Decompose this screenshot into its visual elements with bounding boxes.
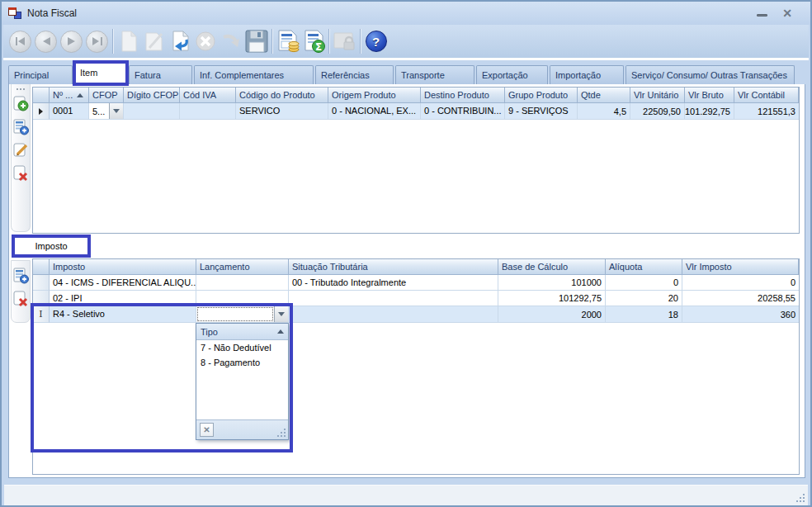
- tab-transporte[interactable]: Transporte: [395, 65, 474, 84]
- column-header-aliquota[interactable]: Alíquota: [606, 259, 682, 275]
- dropdown-option-pagamento[interactable]: 8 - Pagamento: [196, 355, 288, 370]
- cell-base-calculo[interactable]: 2000: [498, 306, 606, 323]
- imposto-delete-row-button[interactable]: [12, 290, 29, 308]
- column-header-situacao-tributaria[interactable]: Situação Tributária: [289, 259, 498, 275]
- cfop-dropdown-button[interactable]: [109, 103, 123, 119]
- column-header-digito-cfop[interactable]: Dígito CFOP: [124, 88, 180, 103]
- undo-button[interactable]: [167, 27, 192, 55]
- nav-previous-button[interactable]: [33, 27, 59, 55]
- cell-vlr-imposto[interactable]: 0: [682, 275, 799, 291]
- cell-lancamento[interactable]: [196, 306, 289, 323]
- cell-aliquota[interactable]: 20: [606, 291, 682, 306]
- column-header-imposto[interactable]: Imposto: [50, 259, 196, 275]
- imposto-row-icms[interactable]: 04 - ICMS - DIFERENCIAL ALIQU... 00 - Tr…: [33, 275, 799, 291]
- column-header-cod-iva[interactable]: Cód IVA: [180, 88, 236, 103]
- cell-qtde[interactable]: 4,5: [578, 103, 630, 120]
- cell-vlr-imposto[interactable]: 20258,55: [682, 291, 799, 306]
- add-record-button[interactable]: [12, 95, 29, 113]
- clear-filter-button[interactable]: ✕: [200, 423, 214, 437]
- dropdown-column-header[interactable]: Tipo: [196, 324, 288, 340]
- imposto-insert-row-button[interactable]: [12, 267, 29, 285]
- cell-numero[interactable]: 0001: [50, 103, 89, 120]
- minimize-button[interactable]: [757, 8, 767, 18]
- cell-codigo-produto[interactable]: SERVICO: [236, 103, 328, 120]
- column-header-destino-produto[interactable]: Destino Produto: [421, 88, 505, 103]
- lock-button[interactable]: [332, 27, 357, 55]
- tab-item[interactable]: Item: [74, 60, 127, 84]
- column-header-vlr-bruto[interactable]: Vlr Bruto: [685, 88, 734, 103]
- cell-vlr-bruto[interactable]: 101.292,75: [685, 103, 734, 120]
- tab-fatura[interactable]: Fatura: [129, 65, 192, 84]
- close-button[interactable]: ✕: [782, 9, 792, 17]
- cell-imposto[interactable]: 04 - ICMS - DIFERENCIAL ALIQU...: [50, 275, 196, 291]
- tab-exportacao[interactable]: Exportação: [476, 65, 548, 84]
- edit-row-button[interactable]: [12, 141, 29, 159]
- imposto-row-seletivo[interactable]: I R4 - Seletivo 2000 18 360: [33, 306, 799, 323]
- totals-button[interactable]: [275, 27, 300, 55]
- row-selector-cell[interactable]: I: [33, 306, 50, 323]
- cell-origem-produto[interactable]: 0 - NACIONAL, EX...: [328, 103, 421, 120]
- cancel-button[interactable]: [192, 27, 218, 55]
- cell-vlr-unitario[interactable]: 22509,50: [630, 103, 685, 120]
- window-resize-grip[interactable]: [796, 494, 805, 502]
- column-header-qtde[interactable]: Qtde: [578, 88, 630, 103]
- tab-inf-complementares[interactable]: Inf. Complementares: [194, 65, 314, 84]
- save-button[interactable]: [243, 27, 269, 55]
- delete-row-button[interactable]: [12, 164, 29, 182]
- cell-lancamento[interactable]: [196, 275, 289, 291]
- cell-cfop[interactable]: 5...: [89, 103, 124, 120]
- cell-vlr-imposto[interactable]: 360: [682, 306, 799, 323]
- selector-header-cell[interactable]: [33, 88, 50, 103]
- column-header-vlr-contabil[interactable]: Vlr Contábil: [734, 88, 799, 103]
- cell-situacao-tributaria[interactable]: [289, 291, 498, 306]
- cell-grupo-produto[interactable]: 9 - SERVIÇOS: [505, 103, 578, 120]
- cell-aliquota[interactable]: 0: [606, 275, 682, 291]
- new-document-button[interactable]: [116, 27, 141, 55]
- cfop-value[interactable]: 5...: [89, 103, 109, 119]
- column-header-vlr-unitario[interactable]: Vlr Unitário: [630, 88, 685, 103]
- column-header-origem-produto[interactable]: Origem Produto: [328, 88, 421, 103]
- lancamento-value[interactable]: [196, 306, 274, 322]
- tab-principal[interactable]: Principal: [8, 65, 73, 84]
- tab-servico-consumo[interactable]: Serviço/ Consumo/ Outras Transações: [626, 65, 795, 84]
- items-grid-row[interactable]: 0001 5... SERVICO 0 - NACIONAL, EX... 0 …: [33, 103, 799, 120]
- summary-button[interactable]: Σ: [300, 27, 326, 55]
- imposto-row-ipi[interactable]: 02 - IPI 101292,75 20 20258,55: [33, 291, 799, 306]
- cell-situacao-tributaria[interactable]: 00 - Tributado Integralmente: [289, 275, 498, 291]
- cell-situacao-tributaria[interactable]: [289, 306, 498, 323]
- cell-base-calculo[interactable]: 101000: [498, 275, 606, 291]
- lancamento-dropdown-button[interactable]: [274, 306, 288, 322]
- column-header-grupo-produto[interactable]: Grupo Produto: [505, 88, 578, 103]
- nav-last-button[interactable]: [84, 27, 110, 55]
- insert-row-button[interactable]: [12, 118, 29, 136]
- toolstrip-grip[interactable]: [16, 88, 26, 90]
- row-selector-cell[interactable]: [33, 275, 50, 291]
- selector-header-cell[interactable]: [33, 259, 50, 275]
- column-header-lancamento[interactable]: Lançamento: [196, 259, 289, 275]
- dropdown-option-nao-dedutivel[interactable]: 7 - Não Dedutível: [196, 340, 288, 355]
- cell-digito-cfop[interactable]: [124, 103, 180, 120]
- edit-button[interactable]: [141, 27, 167, 55]
- redo-button[interactable]: [218, 27, 243, 55]
- column-header-cfop[interactable]: CFOP: [89, 88, 124, 103]
- cell-aliquota[interactable]: 18: [606, 306, 682, 323]
- cell-imposto[interactable]: 02 - IPI: [50, 291, 196, 306]
- column-header-codigo-produto[interactable]: Código do Produto: [236, 88, 328, 103]
- tab-importacao[interactable]: Importação: [550, 65, 624, 84]
- help-button[interactable]: ?: [363, 27, 389, 55]
- cell-cod-iva[interactable]: [180, 103, 236, 120]
- cell-base-calculo[interactable]: 101292,75: [498, 291, 606, 306]
- resize-grip-icon[interactable]: [277, 429, 286, 437]
- cell-vlr-contabil[interactable]: 121551,3: [734, 103, 799, 120]
- cell-destino-produto[interactable]: 0 - CONTRIBUIN...: [421, 103, 505, 120]
- row-selector-cell[interactable]: [33, 291, 50, 306]
- cell-imposto[interactable]: R4 - Seletivo: [50, 306, 196, 323]
- column-header-vlr-imposto[interactable]: Vlr Imposto: [682, 259, 799, 275]
- row-selector-cell[interactable]: [33, 103, 50, 120]
- tab-referencias[interactable]: Referências: [315, 65, 394, 84]
- nav-next-button[interactable]: [59, 27, 84, 55]
- nav-first-button[interactable]: [7, 27, 33, 55]
- column-header-numero[interactable]: Nº ...: [50, 88, 89, 103]
- cell-lancamento[interactable]: [196, 291, 289, 306]
- column-header-base-calculo[interactable]: Base de Cálculo: [498, 259, 606, 275]
